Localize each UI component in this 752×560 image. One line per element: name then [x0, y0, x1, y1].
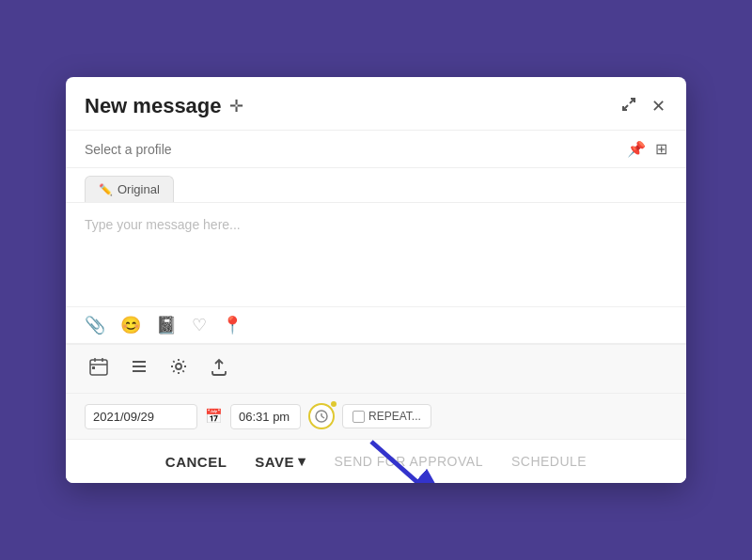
modal-header: New message ✛ ✕ [66, 77, 686, 131]
location-icon[interactable]: 📍 [222, 315, 243, 335]
profile-icons: 📌 ⊞ [627, 140, 667, 158]
expand-button[interactable] [619, 95, 638, 118]
save-arrow: ▾ [298, 453, 306, 470]
tab-original[interactable]: ✏️ Original [85, 176, 174, 202]
notes-icon[interactable]: 📓 [156, 315, 177, 335]
repeat-label: REPEAT... [368, 410, 421, 423]
footer: CANCEL SAVE ▾ SEND FOR APPROVAL SCHEDULE [66, 439, 686, 483]
title-area: New message ✛ [85, 94, 243, 118]
send-for-approval-button[interactable]: SEND FOR APPROVAL [335, 454, 483, 469]
close-button[interactable]: ✕ [650, 94, 667, 118]
repeat-checkbox [352, 411, 365, 423]
save-button[interactable]: SAVE ▾ [255, 453, 306, 470]
cancel-button[interactable]: CANCEL [165, 454, 227, 470]
header-actions: ✕ [619, 94, 667, 118]
svg-rect-7 [92, 366, 95, 369]
calendar-icon[interactable] [85, 352, 113, 385]
svg-point-11 [176, 364, 181, 369]
toolbar-row: 📎 😊 📓 ♡ 📍 [66, 306, 686, 343]
time-input[interactable] [230, 404, 301, 429]
date-input[interactable] [85, 404, 197, 429]
list-icon[interactable] [126, 353, 152, 384]
move-icon[interactable]: ✛ [229, 96, 243, 117]
profile-row: 📌 ⊞ [66, 131, 686, 168]
tabs-row: ✏️ Original [66, 168, 686, 203]
action-bar [66, 344, 686, 393]
upload-icon[interactable] [205, 352, 233, 385]
modal-title: New message [85, 94, 222, 118]
settings-icon[interactable] [165, 353, 192, 384]
grid-icon[interactable]: ⊞ [655, 140, 667, 158]
message-area[interactable]: Type your message here... [66, 203, 686, 306]
svg-line-14 [321, 416, 324, 418]
clock-button[interactable] [308, 403, 335, 429]
schedule-button[interactable]: SCHEDULE [511, 454, 587, 469]
profile-select[interactable] [85, 142, 619, 157]
tab-label: Original [118, 182, 160, 196]
pin-icon[interactable]: 📌 [627, 140, 646, 158]
calendar-small-icon[interactable]: 📅 [205, 408, 223, 425]
emoji-icon[interactable]: 😊 [120, 315, 141, 335]
schedule-row: 📅 REPEAT... [66, 393, 686, 439]
heart-icon[interactable]: ♡ [192, 315, 207, 335]
attachment-icon[interactable]: 📎 [85, 315, 105, 335]
pencil-icon: ✏️ [99, 183, 113, 196]
repeat-button[interactable]: REPEAT... [342, 404, 431, 428]
save-label: SAVE [255, 454, 294, 470]
message-placeholder: Type your message here... [85, 217, 241, 232]
